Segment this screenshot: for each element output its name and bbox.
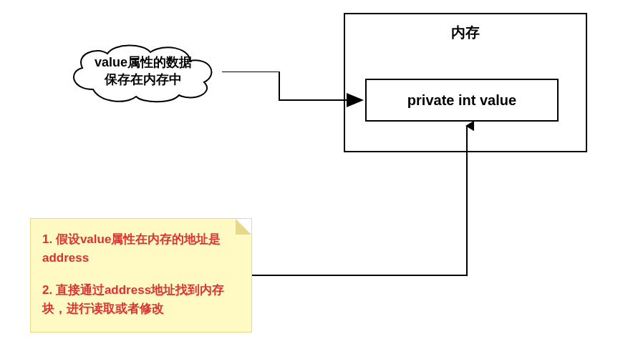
value-field-text: private int value: [407, 92, 516, 109]
arrow-cloud-to-value: [222, 72, 365, 107]
note-point-2: 2. 直接通过address地址找到内存块，进行读取或者修改: [42, 281, 240, 318]
note-point-1: 1. 假设value属性在内存的地址是address: [42, 230, 240, 267]
value-box: private int value: [365, 79, 559, 122]
arrow-note-to-value: [252, 122, 474, 279]
diagram-canvas: 内存 private int value value属性的数据 保存在内存中: [0, 0, 628, 364]
cloud-callout: value属性的数据 保存在内存中: [64, 39, 222, 104]
cloud-text: value属性的数据 保存在内存中: [73, 54, 213, 89]
cloud-text-line2: 保存在内存中: [73, 71, 213, 88]
cloud-text-line1: value属性的数据: [73, 54, 213, 71]
memory-title: 内存: [345, 23, 586, 42]
sticky-note: 1. 假设value属性在内存的地址是address 2. 直接通过addres…: [30, 218, 252, 333]
